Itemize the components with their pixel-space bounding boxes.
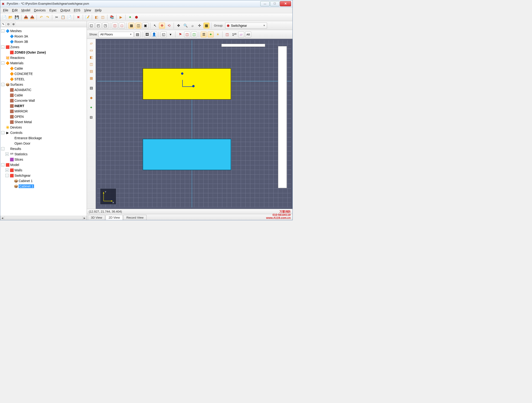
tree-node[interactable]: +🟥Walls (0, 167, 87, 173)
menu-fds[interactable]: FDS (72, 8, 82, 12)
titlebar[interactable]: ✖ PyroSim - *C:\PyroSim Examples\Switchg… (0, 0, 292, 7)
measure-tool-icon[interactable]: ⊟ (88, 114, 94, 120)
tree-node[interactable]: 🔶CONCRETE (0, 71, 87, 76)
menu-devices[interactable]: Devices (33, 8, 47, 12)
rotate-icon[interactable]: ⟲ (166, 23, 172, 29)
move-icon[interactable]: ✥ (159, 23, 165, 29)
view-wireframe-icon[interactable]: ◰ (95, 23, 101, 29)
mesh-tool-icon[interactable]: ▦ (88, 75, 94, 81)
collapse-all-icon[interactable]: ⊟ (6, 22, 11, 26)
object-right-white[interactable] (278, 46, 287, 188)
zoom-window-icon[interactable]: ⌕ (190, 23, 196, 29)
collapse-toggle[interactable]: - (1, 45, 4, 49)
list-icon[interactable]: ☰ (201, 31, 207, 37)
gizmo-y-handle[interactable] (181, 72, 184, 75)
box-green-icon[interactable]: ◫ (191, 31, 197, 37)
run-icon[interactable]: ▶ (118, 15, 124, 20)
menu-output[interactable]: Output (59, 8, 71, 12)
gizmo-x-handle[interactable] (192, 85, 195, 87)
results-icon[interactable]: ⬢ (134, 15, 139, 20)
tree-node[interactable]: 🟫Concrete Wall (0, 98, 87, 103)
model-tree[interactable]: -🔷Meshes🔷Room 3A🔷Room 3B-🟥Zones🟥ZONE0 (O… (0, 27, 87, 216)
close-button[interactable]: ✕ (280, 1, 291, 6)
collapse-toggle[interactable]: - (1, 83, 4, 86)
collapse-toggle[interactable]: - (1, 163, 4, 167)
user-icon[interactable]: 👤 (151, 31, 157, 37)
ortho-icon[interactable]: ◻ (119, 23, 125, 29)
tree-node[interactable]: -🟥Model (0, 162, 87, 167)
tree-node[interactable]: 🟫MIRROR (0, 108, 87, 114)
marker-icon[interactable]: ⚑ (177, 31, 183, 37)
sun-icon[interactable]: ☀ (215, 31, 221, 37)
collapse-toggle[interactable]: - (5, 174, 9, 177)
box-red-icon[interactable]: ◫ (184, 31, 190, 37)
tree-node[interactable]: ☀️Devices (0, 124, 87, 130)
minimize-button[interactable]: — (260, 1, 270, 6)
gizmo-x-axis[interactable] (182, 86, 193, 87)
collapse-toggle[interactable]: - (1, 147, 4, 150)
tree-node[interactable]: -🔶Materials (0, 60, 87, 66)
tree-node[interactable]: 🟫OPEN (0, 114, 87, 119)
tree-node[interactable]: 📦Cabinet 1 (0, 178, 87, 183)
numbers-icon[interactable]: 1²³ (231, 31, 237, 37)
show-mesh-icon[interactable]: ◫ (135, 23, 141, 29)
scroll-left-icon[interactable]: ◀ (0, 216, 4, 220)
menu-edit[interactable]: Edit (11, 8, 19, 12)
hole-tool-icon[interactable]: ◫ (88, 61, 94, 67)
highlight-icon[interactable]: ▦ (203, 23, 209, 29)
menu-model[interactable]: Model (20, 8, 32, 12)
cube-icon[interactable]: ◱ (161, 31, 167, 37)
floors-dropdown[interactable]: All Floors ▼ (99, 32, 133, 37)
tree-node[interactable]: 🟪Slices (0, 157, 87, 162)
horizontal-scrollbar[interactable]: ◀ ▶ (0, 216, 87, 220)
perspective-icon[interactable]: ◫ (112, 23, 118, 29)
tab-2d-view[interactable]: 2D View (106, 215, 123, 220)
collapse-toggle[interactable]: - (1, 131, 4, 134)
tree-node[interactable]: -🟥Switchgear (0, 173, 87, 178)
tree-node[interactable]: 🟥ZONE0 (Outer Zone) (0, 50, 87, 55)
tree-node[interactable]: Entrance Blockage (0, 135, 87, 141)
tree-node[interactable]: -📦Surfaces (0, 82, 87, 87)
viewport-2d[interactable]: Y X (97, 40, 291, 207)
delete-icon[interactable]: ✖ (76, 15, 81, 20)
filter-icon[interactable]: ✎ (1, 22, 5, 26)
tree-node[interactable]: Open Door (0, 141, 87, 146)
tree-node[interactable]: -🟥Zones (0, 44, 87, 50)
open-file-icon[interactable]: 📂 (8, 15, 13, 20)
box-tool-icon[interactable]: ◧ (88, 54, 94, 60)
device-tool-icon[interactable]: ◆ (88, 95, 94, 101)
tab-record-view[interactable]: Record View (123, 215, 146, 220)
tab-3d-view[interactable]: 3D View (88, 215, 105, 220)
snap-grid-icon[interactable]: ▦ (128, 23, 134, 29)
split-icon[interactable]: ◫ (224, 31, 230, 37)
axes-widget[interactable]: Y X (100, 188, 116, 205)
view-3d-icon[interactable]: ◱ (88, 23, 94, 29)
node-tool-icon[interactable]: ✦ (88, 105, 94, 111)
tree-node[interactable]: 📦Cabinet 1 (0, 183, 87, 189)
import-icon[interactable]: 📥 (23, 15, 28, 20)
menu-evac[interactable]: Evac (48, 8, 58, 12)
cabinet-yellow[interactable] (143, 68, 231, 100)
export-icon[interactable]: 📤 (30, 15, 35, 20)
tree-node[interactable]: -▶Controls (0, 130, 87, 135)
menu-help[interactable]: Help (94, 8, 103, 12)
select-icon[interactable]: ↖ (152, 23, 158, 29)
tree-node[interactable]: 🔶Cable (0, 66, 87, 71)
obstruction-icon[interactable]: ◫ (100, 15, 105, 20)
expand-all-icon[interactable]: ⊞ (11, 22, 16, 26)
scroll-right-icon[interactable]: ▶ (82, 216, 87, 220)
copy-icon[interactable]: 📋 (60, 15, 65, 20)
expand-toggle[interactable]: + (5, 168, 9, 172)
vent-tool-icon[interactable]: ▤ (88, 68, 94, 74)
library-icon[interactable]: 📚 (109, 15, 114, 20)
undo-icon[interactable]: ↶ (39, 15, 44, 20)
save-icon[interactable]: 💾 (14, 15, 19, 20)
zoom-icon[interactable]: 🔍 (183, 23, 189, 29)
cube-down-icon[interactable]: ▾ (168, 31, 174, 37)
tree-node[interactable]: 🟫ADIABATIC (0, 87, 87, 93)
wall-tool-icon[interactable]: ▭ (88, 47, 94, 53)
zoom-fit-icon[interactable]: ✢ (196, 23, 203, 29)
tree-node[interactable]: 🔶STEEL (0, 76, 87, 82)
tree-node[interactable]: -🔷Meshes (0, 28, 87, 34)
maximize-button[interactable]: ☐ (270, 1, 279, 6)
